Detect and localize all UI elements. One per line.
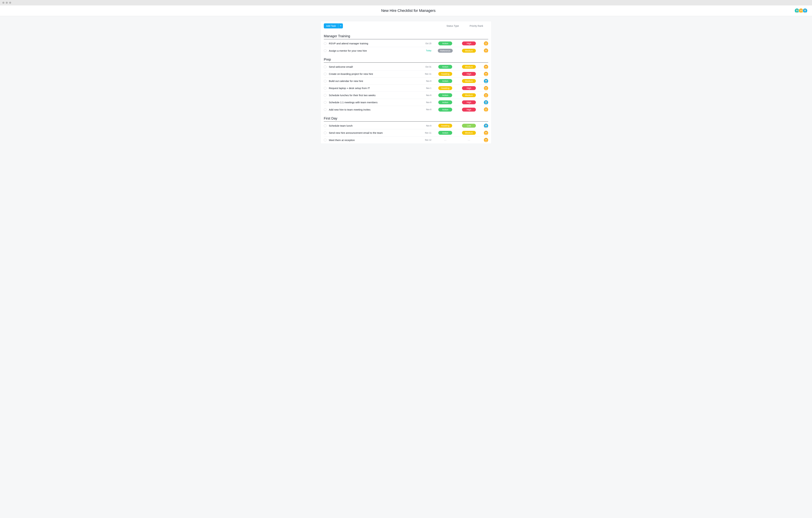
status-cell[interactable]: Action bbox=[433, 108, 457, 112]
collaborator-avatars[interactable] bbox=[795, 8, 808, 13]
task-due-date[interactable]: Nov 8 bbox=[422, 125, 433, 127]
status-pill[interactable]: Awaiting bbox=[438, 72, 452, 76]
task-name[interactable]: Schedule lunches for their first two wee… bbox=[329, 94, 422, 97]
task-row[interactable]: RSVP and attend manager trainingOct 15Ac… bbox=[324, 40, 488, 47]
task-due-date[interactable]: Nov 8 bbox=[422, 80, 433, 82]
complete-task-checkbox[interactable] bbox=[324, 42, 326, 45]
status-cell[interactable]: Action bbox=[433, 131, 457, 135]
priority-pill[interactable]: Low bbox=[462, 124, 476, 128]
status-pill[interactable]: Action bbox=[438, 131, 452, 135]
status-cell[interactable]: Action bbox=[433, 65, 457, 69]
task-row[interactable]: Schedule 1:1 meetings with team membersN… bbox=[324, 99, 488, 106]
status-cell[interactable]: Action bbox=[433, 93, 457, 97]
complete-task-checkbox[interactable] bbox=[324, 87, 326, 89]
complete-task-checkbox[interactable] bbox=[324, 108, 326, 111]
assignee-avatar[interactable] bbox=[484, 107, 488, 112]
task-row[interactable]: Send welcome email!Oct 31ActionMedium bbox=[324, 63, 488, 71]
priority-cell[interactable]: High bbox=[457, 100, 481, 104]
status-cell[interactable]: Action bbox=[433, 100, 457, 104]
assignee-cell[interactable] bbox=[481, 100, 488, 105]
status-cell[interactable]: Awaiting bbox=[433, 72, 457, 76]
task-due-date[interactable]: Nov 1 bbox=[422, 87, 433, 89]
complete-task-checkbox[interactable] bbox=[324, 65, 326, 68]
status-pill[interactable]: Action bbox=[438, 100, 452, 104]
task-name[interactable]: Request laptop + desk setup from IT bbox=[329, 87, 422, 89]
assignee-avatar[interactable] bbox=[484, 138, 488, 142]
assignee-cell[interactable] bbox=[481, 93, 488, 98]
assignee-avatar[interactable] bbox=[484, 124, 488, 128]
task-due-date[interactable]: Oct 31 bbox=[422, 66, 433, 68]
priority-pill[interactable]: High bbox=[462, 42, 476, 45]
assignee-cell[interactable] bbox=[481, 48, 488, 53]
priority-pill[interactable]: High bbox=[462, 72, 476, 76]
assignee-avatar[interactable] bbox=[484, 65, 488, 69]
task-row[interactable]: Add new hire to team meeting invitesNov … bbox=[324, 106, 488, 113]
complete-task-checkbox[interactable] bbox=[324, 80, 326, 82]
section-title[interactable]: Manager Training bbox=[324, 31, 488, 39]
assignee-avatar[interactable] bbox=[484, 41, 488, 46]
task-due-date[interactable]: Today bbox=[422, 49, 433, 52]
status-pill[interactable]: Reference bbox=[438, 49, 453, 53]
status-cell[interactable]: Action bbox=[433, 42, 457, 45]
assignee-cell[interactable] bbox=[481, 79, 488, 83]
status-cell[interactable]: Awaiting bbox=[433, 86, 457, 90]
status-cell[interactable]: — bbox=[433, 139, 457, 141]
status-pill[interactable]: Action bbox=[438, 65, 452, 69]
task-due-date[interactable]: Nov 11 bbox=[422, 132, 433, 134]
task-name[interactable]: Create on-boarding project for new hire bbox=[329, 73, 422, 75]
status-pill[interactable]: Action bbox=[438, 79, 452, 83]
assignee-cell[interactable] bbox=[481, 86, 488, 90]
assignee-cell[interactable] bbox=[481, 65, 488, 69]
collaborator-avatar[interactable] bbox=[803, 8, 808, 13]
complete-task-checkbox[interactable] bbox=[324, 125, 326, 127]
task-due-date[interactable]: Nov 8 bbox=[422, 108, 433, 111]
task-name[interactable]: Add new hire to team meeting invites bbox=[329, 108, 422, 111]
section-title[interactable]: Prep bbox=[324, 54, 488, 63]
complete-task-checkbox[interactable] bbox=[324, 94, 326, 97]
priority-pill[interactable]: Medium bbox=[462, 49, 476, 53]
assignee-avatar[interactable] bbox=[484, 100, 488, 105]
priority-pill[interactable]: Medium bbox=[462, 93, 476, 97]
status-cell[interactable]: Awaiting bbox=[433, 124, 457, 128]
status-pill[interactable]: Awaiting bbox=[438, 124, 452, 128]
status-pill[interactable]: Action bbox=[438, 42, 452, 45]
assignee-avatar[interactable] bbox=[484, 48, 488, 53]
section-title[interactable]: First Day bbox=[324, 113, 488, 121]
task-row[interactable]: Assign a mentor for your new hireTodayRe… bbox=[324, 47, 488, 54]
priority-cell[interactable]: High bbox=[457, 108, 481, 112]
task-name[interactable]: RSVP and attend manager training bbox=[329, 42, 422, 45]
traffic-light-zoom[interactable] bbox=[9, 2, 11, 4]
traffic-light-minimize[interactable] bbox=[6, 2, 8, 4]
priority-pill[interactable]: Medium bbox=[462, 79, 476, 83]
complete-task-checkbox[interactable] bbox=[324, 101, 326, 104]
task-name[interactable]: Meet them at reception bbox=[329, 139, 422, 141]
priority-cell[interactable]: Medium bbox=[457, 93, 481, 97]
task-row[interactable]: Send new hire announcement email to the … bbox=[324, 129, 488, 136]
task-due-date[interactable]: Nov 11 bbox=[422, 73, 433, 75]
priority-cell[interactable]: Medium bbox=[457, 131, 481, 135]
assignee-avatar[interactable] bbox=[484, 72, 488, 76]
task-row[interactable]: Schedule team lunchNov 8AwaitingLow bbox=[324, 122, 488, 129]
complete-task-checkbox[interactable] bbox=[324, 132, 326, 134]
add-task-button[interactable]: Add Task bbox=[324, 23, 338, 28]
task-row[interactable]: Request laptop + desk setup from ITNov 1… bbox=[324, 85, 488, 92]
assignee-cell[interactable] bbox=[481, 138, 488, 142]
assignee-avatar[interactable] bbox=[484, 79, 488, 83]
priority-pill[interactable]: High bbox=[462, 108, 476, 112]
assignee-cell[interactable] bbox=[481, 124, 488, 128]
complete-task-checkbox[interactable] bbox=[324, 49, 326, 52]
priority-cell[interactable]: — bbox=[457, 139, 481, 141]
assignee-cell[interactable] bbox=[481, 41, 488, 46]
priority-pill[interactable]: Medium bbox=[462, 65, 476, 69]
task-name[interactable]: Assign a mentor for your new hire bbox=[329, 49, 422, 52]
task-name[interactable]: Schedule 1:1 meetings with team members bbox=[329, 101, 422, 104]
assignee-cell[interactable] bbox=[481, 131, 488, 135]
priority-pill[interactable]: High bbox=[462, 100, 476, 104]
status-cell[interactable]: Action bbox=[433, 79, 457, 83]
task-due-date[interactable]: Nov 8 bbox=[422, 94, 433, 97]
assignee-cell[interactable] bbox=[481, 72, 488, 76]
task-name[interactable]: Send welcome email! bbox=[329, 65, 422, 68]
task-row[interactable]: Schedule lunches for their first two wee… bbox=[324, 92, 488, 99]
priority-cell[interactable]: Medium bbox=[457, 65, 481, 69]
task-due-date[interactable]: Nov 8 bbox=[422, 101, 433, 104]
